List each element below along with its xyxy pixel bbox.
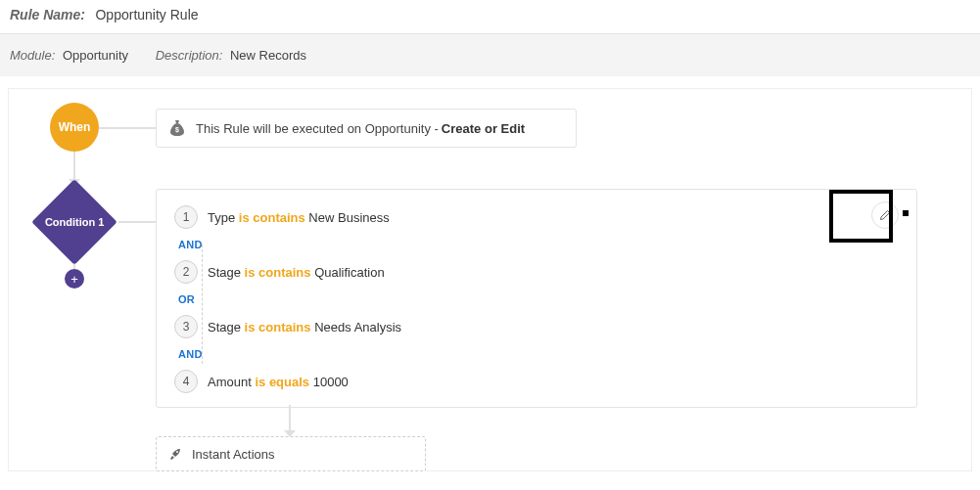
condition-text: Stage is contains Qualification [208,265,385,280]
condition-text: Amount is equals 10000 [208,375,349,389]
condition-operator: is equals [255,375,309,389]
add-condition-button[interactable]: + [65,269,84,289]
condition-row: 4 Amount is equals 10000 [174,370,899,393]
condition-line [202,245,204,364]
condition-field: Stage [208,265,241,280]
condition-node-label: Condition 1 [45,216,105,228]
svg-text:$: $ [175,126,179,134]
condition-field: Type [208,210,235,225]
condition-text: Stage is contains Needs Analysis [208,320,401,334]
rule-name-value: Opportunity Rule [95,7,198,22]
instant-actions-label: Instant Actions [192,447,275,462]
description-label: Description: [156,48,223,63]
condition-panel: 1 Type is contains New Business AND 2 St… [156,189,917,408]
when-node-label: When [59,120,91,134]
condition-node[interactable]: Condition 1 [25,183,123,261]
condition-value: New Business [308,210,389,225]
connector-line [289,405,291,432]
edit-condition-button[interactable] [871,201,899,229]
tutorial-marker-dot [903,210,909,216]
condition-field: Stage [208,320,241,334]
rule-name-label: Rule Name: [10,7,85,22]
condition-value: Qualification [314,265,385,280]
pencil-icon [879,209,891,221]
condition-join: AND [178,239,899,250]
condition-index: 2 [174,260,198,284]
condition-index: 3 [174,315,198,338]
condition-operator: is contains [239,210,305,225]
plus-icon: + [70,272,78,287]
module-value: Opportunity [63,48,128,63]
page-header: Rule Name: Opportunity Rule [0,0,980,34]
condition-index: 4 [174,370,198,393]
condition-text: Type is contains New Business [208,210,390,225]
condition-value: 10000 [313,375,349,389]
condition-field: Amount [208,375,252,389]
connector-line [118,221,156,223]
condition-row: 3 Stage is contains Needs Analysis [174,315,899,338]
when-description-box[interactable]: $ This Rule will be executed on Opportun… [156,109,577,148]
rocket-icon [168,447,182,461]
condition-operator: is contains [245,320,311,334]
page-subheader: Module: Opportunity Description: New Rec… [0,34,980,76]
condition-join: OR [178,293,899,305]
money-bag-icon: $ [170,120,184,136]
instant-actions-button[interactable]: Instant Actions [156,436,426,471]
when-text-prefix: This Rule will be executed on Opportunit… [196,121,439,136]
condition-value: Needs Analysis [314,320,401,334]
svg-point-1 [176,451,178,453]
condition-index: 1 [174,205,198,229]
condition-row: 1 Type is contains New Business [174,205,899,229]
when-node[interactable]: When [50,103,99,152]
connector-line [99,127,158,129]
condition-row: 2 Stage is contains Qualification [174,260,899,284]
when-text-bold: Create or Edit [442,121,525,136]
workflow-canvas: When $ This Rule will be executed on Opp… [8,88,972,471]
description-value: New Records [230,48,306,63]
condition-operator: is contains [245,265,311,280]
condition-join: AND [178,348,899,360]
module-label: Module: [10,48,55,63]
